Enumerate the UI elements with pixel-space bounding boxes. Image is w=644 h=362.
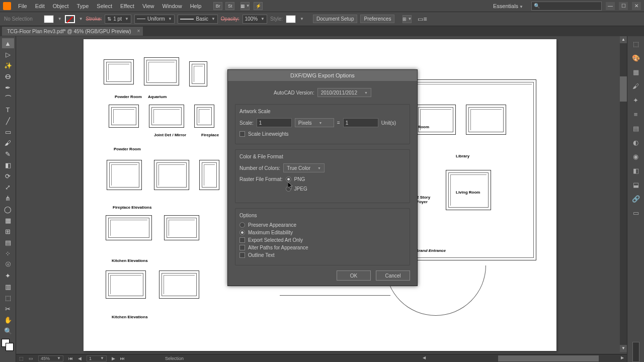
perspective-tool[interactable]: ▦ [2,215,14,225]
graph-tool[interactable]: ▥ [2,282,14,292]
pen-tool[interactable]: ✒ [2,82,14,93]
panel-menu-icon[interactable]: ▭≡ [418,16,427,23]
artboard-nav-last-icon[interactable]: ⏭ [120,356,125,361]
color-panel-icon[interactable]: 🎨 [630,52,641,63]
gradient-panel-icon[interactable]: ▤ [630,123,641,134]
arrange-docs-icon[interactable]: ▦▼ [240,2,250,10]
artboard-number[interactable]: 1▼ [87,355,107,361]
menu-help[interactable]: Help [186,1,206,11]
close-button[interactable]: ✕ [632,2,641,10]
scroll-up-icon[interactable]: ▲ [620,36,627,43]
cancel-button[interactable]: Cancel [376,270,410,281]
menu-object[interactable]: Object [49,1,73,11]
opacity-input[interactable]: 100%▼ [243,15,268,24]
selection-tool[interactable]: ▲ [2,38,14,48]
document-tab[interactable]: TCG-Floor Plan Rev3.pdf* @ 45% (RGB/GPU … [2,27,143,36]
alter-paths-checkbox[interactable]: Alter Paths for Appearance [239,245,406,250]
stock-icon[interactable]: St [225,2,234,10]
panel-resize-handle[interactable] [632,342,639,362]
search-input[interactable]: 🔍 [531,2,602,11]
stroke-weight-input[interactable]: ⇅1 pt▼ [105,15,131,24]
zoom-tool[interactable]: 🔍 [2,326,14,336]
line-tool[interactable]: ╱ [2,116,14,126]
preserve-appearance-radio[interactable]: Preserve Appearance [239,222,406,228]
menu-file[interactable]: File [14,1,31,11]
rectangle-tool[interactable]: ▭ [2,127,14,137]
align-icon[interactable]: ⊞▼ [403,15,412,23]
scale-tool[interactable]: ⤢ [2,182,14,192]
close-icon[interactable]: × [137,28,140,34]
appearance-panel-icon[interactable]: ◉ [630,151,641,162]
ok-button[interactable]: OK [337,270,371,281]
outline-text-checkbox[interactable]: Outline Text [239,252,406,258]
num-colors-dropdown[interactable]: True Color▼ [283,163,325,172]
menu-view[interactable]: View [138,1,158,11]
graphic-styles-panel-icon[interactable]: ◧ [630,165,641,176]
fill-swatch[interactable] [44,15,54,23]
gradient-tool[interactable]: ▤ [2,237,14,247]
menu-window[interactable]: Window [158,1,186,11]
eraser-tool[interactable]: ◧ [2,160,14,170]
scale-input[interactable]: 1 [257,118,292,127]
fill-stroke-swatches[interactable] [2,339,15,352]
rotate-tool[interactable]: ⟳ [2,171,14,181]
slice-tool[interactable]: ✂ [2,304,14,314]
blend-tool[interactable]: ⦾ [2,259,14,269]
lasso-tool[interactable]: ⴱ [2,71,14,81]
artboard-nav-next-icon[interactable]: ▶ [112,356,115,361]
document-setup-button[interactable]: Document Setup [313,15,358,23]
paintbrush-tool[interactable]: 🖌 [2,138,14,148]
zoom-dropdown[interactable]: 45%▼ [38,355,63,361]
curvature-tool[interactable]: ⁀ [2,94,14,104]
minimize-button[interactable]: — [606,2,615,10]
magic-wand-tool[interactable]: ✨ [2,60,14,70]
artboard-tool[interactable]: ⬚ [2,293,14,303]
raster-png-radio[interactable]: PNG [286,176,307,182]
maximize-button[interactable]: ☐ [619,2,628,10]
menu-effect[interactable]: Effect [116,1,138,11]
menu-type[interactable]: Type [73,1,93,11]
type-tool[interactable]: T [2,105,14,115]
stroke-panel-icon[interactable]: ≡ [630,109,641,120]
brush-dropdown[interactable]: Basic▼ [178,15,218,24]
stroke-profile-dropdown[interactable]: Uniform▼ [134,15,175,24]
scrollbar-thumb[interactable] [620,76,627,102]
symbols-panel-icon[interactable]: ✦ [630,95,641,106]
menu-select[interactable]: Select [93,1,116,11]
layers-panel-icon[interactable]: ⬓ [630,179,641,190]
mesh-tool[interactable]: ⊞ [2,226,14,236]
workspace-switcher[interactable]: Essentials▼ [489,1,527,11]
horizontal-scrollbar[interactable]: ◀ ▶ [423,355,624,361]
menu-edit[interactable]: Edit [31,1,49,11]
scroll-down-icon[interactable]: ▼ [620,345,627,352]
hand-tool[interactable]: ✋ [2,315,14,325]
scroll-right-icon[interactable]: ▶ [621,355,624,360]
export-selected-checkbox[interactable]: Export Selected Art Only [239,237,406,243]
transparency-panel-icon[interactable]: ◐ [630,137,641,148]
vertical-scrollbar[interactable]: ▲ ▼ [620,36,627,352]
panel-icon-1[interactable]: ⬚ [630,38,641,49]
raster-jpeg-radio[interactable]: JPEG [286,186,307,192]
links-panel-icon[interactable]: 🔗 [630,193,641,204]
artboard-nav-first-icon[interactable]: ⏮ [68,356,73,361]
scrollbar-h-thumb[interactable] [498,355,599,361]
eyedropper-tool[interactable]: ⁘ [2,248,14,258]
width-tool[interactable]: ⋔ [2,193,14,203]
stroke-swatch[interactable] [65,15,75,23]
symbol-sprayer-tool[interactable]: ✦ [2,270,14,281]
gpu-icon[interactable]: ⚡ [254,2,263,10]
swatches-panel-icon[interactable]: ▦ [630,66,641,77]
bridge-icon[interactable]: Br [213,2,222,10]
scale-unit-dropdown[interactable]: Pixels▼ [295,118,334,127]
autocad-version-dropdown[interactable]: 2010/2011/2012▼ [317,88,371,97]
artboards-panel-icon[interactable]: ▭ [630,207,641,218]
preferences-button[interactable]: Preferences [360,15,394,23]
scroll-left-icon[interactable]: ◀ [423,355,426,360]
max-editability-radio[interactable]: Maximum Editability [239,230,406,235]
units-input[interactable]: 1 [343,118,378,127]
pencil-tool[interactable]: ✎ [2,149,14,159]
graphic-style-swatch[interactable] [286,15,296,23]
artboard-nav-prev-icon[interactable]: ◀ [78,356,82,361]
shape-builder-tool[interactable]: ◯ [2,204,14,214]
direct-selection-tool[interactable]: ▷ [2,49,14,59]
